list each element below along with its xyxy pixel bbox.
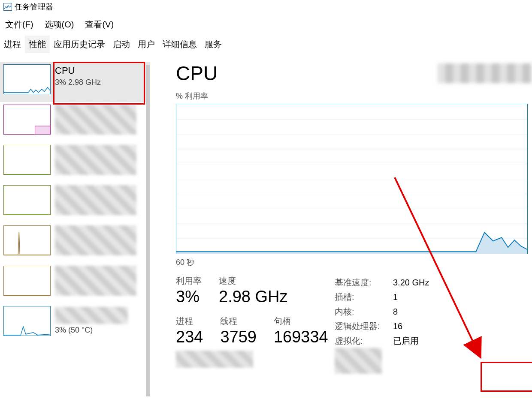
menu-view[interactable]: 查看(V) <box>85 19 114 30</box>
tab-users[interactable]: 用户 <box>134 36 159 53</box>
kv-logical-v: 16 <box>393 319 402 333</box>
disk0-thumb-icon <box>3 145 51 175</box>
sidebar-item-disk1[interactable] <box>0 183 150 223</box>
sidebar-cpu-title: CPU <box>55 65 101 76</box>
menu-file[interactable]: 文件(F) <box>5 19 33 30</box>
cpu-model-obscured <box>438 63 532 83</box>
sidebar-disk0-text-obscured <box>55 145 136 175</box>
stat-handle-value: 169334 <box>274 328 328 346</box>
wifi-thumb-icon <box>3 266 51 296</box>
tab-startup[interactable]: 启动 <box>109 36 134 53</box>
performance-sidebar: CPU 3% 2.98 GHz <box>0 53 150 396</box>
sidebar-wifi-text-obscured <box>55 266 136 296</box>
sidebar-item-memory[interactable] <box>0 102 150 142</box>
stat-proc-value: 234 <box>176 328 203 346</box>
stat-handle-label: 句柄 <box>274 315 328 327</box>
stat-thread-value: 3759 <box>220 328 257 346</box>
menu-options[interactable]: 选项(O) <box>45 19 74 30</box>
chart-y-label: % 利用率 <box>176 91 532 101</box>
sidebar-cpu-sub: 3% 2.98 GHz <box>55 78 101 87</box>
sidebar-network-text-obscured <box>55 225 136 255</box>
network-thumb-icon <box>3 225 51 255</box>
sidebar-item-network[interactable] <box>0 223 150 263</box>
kv-sockets-k: 插槽: <box>335 290 393 304</box>
title-bar: 任务管理器 <box>0 0 532 15</box>
sidebar-scrollbar[interactable] <box>146 65 150 396</box>
menu-bar: 文件(F) 选项(O) 查看(V) <box>0 15 532 36</box>
sidebar-item-cpu[interactable]: CPU 3% 2.98 GHz <box>0 62 150 102</box>
performance-main: CPU % 利用率 60 秒 <box>150 53 532 396</box>
tab-app-history[interactable]: 应用历史记录 <box>50 36 109 53</box>
sidebar-memory-text-obscured <box>55 105 136 135</box>
memory-thumb-icon <box>3 105 51 135</box>
task-manager-icon <box>3 3 12 11</box>
svg-rect-0 <box>35 126 50 135</box>
sidebar-item-disk0[interactable] <box>0 142 150 183</box>
sidebar-gpu-sub: 3% (50 °C) <box>55 326 128 335</box>
cache-obscured <box>335 348 382 374</box>
kv-logical-k: 逻辑处理器: <box>335 319 393 333</box>
sidebar-item-wifi[interactable] <box>0 263 150 303</box>
kv-sockets-v: 1 <box>393 290 398 304</box>
tab-details[interactable]: 详细信息 <box>159 36 201 53</box>
kv-virt-k: 虚拟化: <box>335 333 393 348</box>
kv-cores-k: 内核: <box>335 304 393 319</box>
tab-bar: 进程 性能 应用历史记录 启动 用户 详细信息 服务 <box>0 36 532 53</box>
kv-base-speed-v: 3.20 GHz <box>393 275 429 290</box>
kv-cores-v: 8 <box>393 304 398 319</box>
kv-base-speed-k: 基准速度: <box>335 275 393 290</box>
sidebar-disk1-text-obscured <box>55 185 136 215</box>
kv-virt-v: 已启用 <box>393 333 419 348</box>
app-title: 任务管理器 <box>15 2 53 12</box>
stat-speed-label: 速度 <box>219 275 288 287</box>
tab-services[interactable]: 服务 <box>201 36 226 53</box>
gpu-thumb-icon <box>3 306 51 336</box>
tab-performance[interactable]: 性能 <box>25 36 50 53</box>
tab-processes[interactable]: 进程 <box>0 36 25 53</box>
cpu-thumb-icon <box>3 64 51 94</box>
chart-x-label: 60 秒 <box>176 257 532 267</box>
stat-util-value: 3% <box>176 288 202 306</box>
uptime-obscured <box>176 351 253 368</box>
disk1-thumb-icon <box>3 185 51 215</box>
sidebar-gpu-title-obscured <box>55 307 128 324</box>
stat-util-label: 利用率 <box>176 275 202 287</box>
stat-speed-value: 2.98 GHz <box>219 288 288 306</box>
sidebar-item-gpu[interactable]: 3% (50 °C) <box>0 303 150 344</box>
cpu-utilization-chart[interactable] <box>176 104 528 254</box>
stat-proc-label: 进程 <box>176 315 203 327</box>
stat-thread-label: 线程 <box>220 315 257 327</box>
